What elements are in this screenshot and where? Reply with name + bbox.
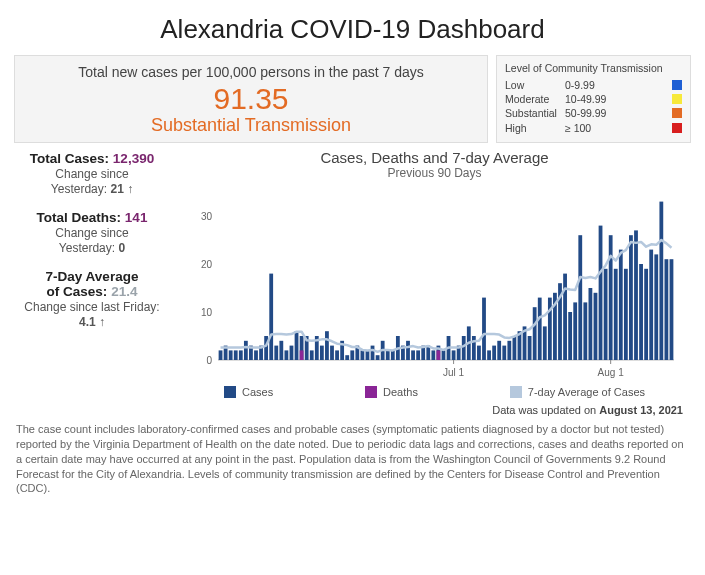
legend-swatch-substantial: [672, 108, 682, 118]
svg-rect-72: [537, 298, 541, 360]
svg-rect-12: [233, 350, 237, 360]
chart-svg: 0102030Jul 1Aug 1: [190, 184, 680, 384]
svg-rect-93: [644, 269, 648, 360]
svg-rect-13: [238, 350, 242, 360]
svg-rect-81: [583, 302, 587, 360]
svg-rect-73: [542, 326, 546, 360]
chart-legend-label: 7-day Average of Cases: [528, 386, 645, 398]
svg-rect-62: [487, 350, 491, 360]
legend-name: High: [505, 121, 565, 135]
svg-rect-95: [654, 254, 658, 360]
svg-rect-91: [634, 230, 638, 360]
svg-rect-34: [345, 355, 349, 360]
svg-text:10: 10: [200, 307, 212, 318]
chart-panel: Cases, Deaths and 7-day Average Previous…: [178, 149, 691, 398]
svg-rect-57: [461, 336, 465, 360]
svg-rect-82: [588, 288, 592, 360]
svg-rect-60: [477, 346, 481, 360]
footnote: The case count includes laboratory-confi…: [14, 422, 691, 496]
svg-rect-66: [507, 341, 511, 360]
headline-card: Total new cases per 100,000 persons in t…: [14, 55, 488, 143]
stat-label: of Cases:: [47, 284, 112, 299]
svg-rect-87: [613, 269, 617, 360]
svg-rect-77: [563, 274, 567, 360]
svg-rect-16: [254, 350, 258, 360]
chart-legend-label: Deaths: [383, 386, 418, 398]
svg-rect-83: [593, 293, 597, 360]
swatch-cases: [224, 386, 236, 398]
svg-rect-18: [264, 336, 268, 360]
legend-swatch-high: [672, 123, 682, 133]
chart-legend-deaths: Deaths: [365, 386, 418, 398]
svg-rect-35: [350, 350, 354, 360]
legend-row-substantial: Substantial 50-99.99: [505, 106, 682, 120]
svg-rect-46: [406, 341, 410, 360]
legend-name: Substantial: [505, 106, 565, 120]
svg-rect-29: [319, 346, 323, 360]
swatch-deaths: [365, 386, 377, 398]
updated-prefix: Data was updated on: [492, 404, 599, 416]
svg-rect-23: [289, 346, 293, 360]
svg-rect-51: [431, 350, 435, 360]
svg-rect-30: [325, 331, 329, 360]
svg-text:0: 0: [206, 355, 212, 366]
stat-change: 4.1 ↑: [14, 315, 170, 329]
svg-rect-31: [330, 346, 334, 360]
svg-rect-48: [416, 350, 420, 360]
stat-sub: Change since: [14, 167, 170, 181]
legend-row-low: Low 0-9.99: [505, 78, 682, 92]
stat-value: 12,390: [113, 151, 154, 166]
svg-rect-79: [573, 302, 577, 360]
chart-legend-cases: Cases: [224, 386, 273, 398]
svg-rect-85: [603, 269, 607, 360]
stat-change: 21 ↑: [110, 182, 133, 196]
svg-rect-53: [441, 350, 445, 360]
svg-rect-43: [390, 350, 394, 360]
svg-rect-19: [269, 274, 273, 360]
svg-rect-24: [294, 331, 298, 360]
transmission-legend: Level of Community Transmission Low 0-9.…: [496, 55, 691, 143]
svg-rect-11: [228, 350, 232, 360]
stat-sub: Yesterday: 21 ↑: [14, 182, 170, 196]
svg-rect-38: [365, 350, 369, 360]
headline-value: 91.35: [23, 82, 479, 115]
chart-subtitle: Previous 90 Days: [178, 166, 691, 180]
svg-rect-96: [659, 202, 663, 360]
stat-total-deaths: Total Deaths: 141 Change since Yesterday…: [14, 210, 170, 255]
svg-rect-61: [482, 298, 486, 360]
svg-rect-80: [578, 235, 582, 360]
svg-rect-86: [608, 235, 612, 360]
chart-legend-label: Cases: [242, 386, 273, 398]
svg-rect-40: [375, 355, 379, 360]
chart-legend: Cases Deaths 7-day Average of Cases: [178, 386, 691, 398]
stat-label: Total Deaths:: [37, 210, 125, 225]
svg-text:30: 30: [200, 211, 212, 222]
svg-rect-88: [618, 250, 622, 360]
legend-swatch-low: [672, 80, 682, 90]
svg-rect-92: [639, 264, 643, 360]
headline-label: Total new cases per 100,000 persons in t…: [23, 64, 479, 80]
stat-sub: Change since: [14, 226, 170, 240]
legend-name: Low: [505, 78, 565, 92]
svg-rect-59: [471, 336, 475, 360]
chart-title: Cases, Deaths and 7-day Average: [178, 149, 691, 166]
stat-change: 0: [118, 241, 125, 255]
svg-rect-47: [411, 350, 415, 360]
svg-rect-65: [502, 346, 506, 360]
stat-total-cases: Total Cases: 12,390 Change since Yesterd…: [14, 151, 170, 196]
svg-rect-99: [299, 350, 303, 360]
svg-text:20: 20: [200, 259, 212, 270]
svg-rect-22: [284, 350, 288, 360]
page-title: Alexandria COVID-19 Dashboard: [14, 14, 691, 45]
svg-text:Aug 1: Aug 1: [597, 367, 624, 378]
stat-label: 7-Day Average: [14, 269, 170, 284]
updated-line: Data was updated on August 13, 2021: [14, 404, 683, 416]
legend-range: 0-9.99: [565, 78, 672, 92]
svg-rect-70: [527, 336, 531, 360]
headline-status: Substantial Transmission: [23, 115, 479, 136]
svg-rect-21: [279, 341, 283, 360]
svg-rect-78: [568, 312, 572, 360]
svg-text:Jul 1: Jul 1: [443, 367, 465, 378]
legend-row-high: High ≥ 100: [505, 121, 682, 135]
legend-range: 10-49.99: [565, 92, 672, 106]
